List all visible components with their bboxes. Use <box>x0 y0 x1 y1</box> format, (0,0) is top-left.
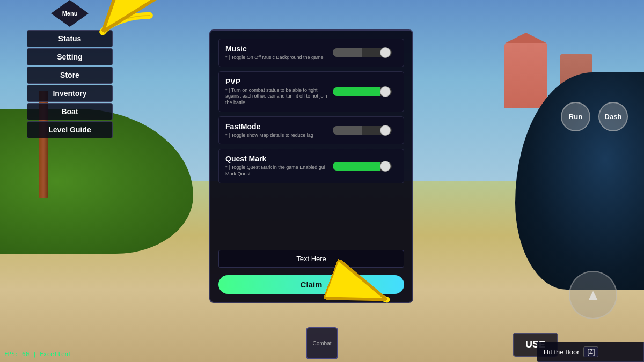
fastmode-title: FastMode <box>225 122 327 131</box>
text-input-placeholder: Text Here <box>296 255 326 263</box>
joystick[interactable]: ▲ <box>569 271 617 319</box>
fastmode-desc: * | Toggle show Map details to reduce la… <box>225 132 327 139</box>
settings-spacer <box>218 188 404 246</box>
hud-top-right: Run Dash <box>561 102 628 131</box>
setting-arrow <box>94 11 158 48</box>
z-key-badge: [Z] <box>583 346 598 357</box>
setting-info-music: Music * | Toggle On Off Music Background… <box>225 45 333 61</box>
menu-item-boat[interactable]: Boat <box>27 103 113 120</box>
joystick-container: ▲ <box>569 271 617 319</box>
music-toggle[interactable] <box>333 48 392 57</box>
quest-mark-toggle-knob <box>380 161 391 172</box>
combat-button[interactable]: Combat <box>306 327 338 359</box>
pvp-toggle[interactable] <box>333 87 392 96</box>
pvp-toggle-fill <box>333 87 380 96</box>
menu-item-level-guide[interactable]: Level Guide <box>27 121 113 138</box>
fastmode-toggle-fill <box>333 126 362 135</box>
run-button[interactable]: Run <box>561 102 590 131</box>
music-toggle-container <box>333 48 397 57</box>
menu-item-store[interactable]: Store <box>27 67 113 84</box>
joystick-up-arrow: ▲ <box>586 286 601 304</box>
fps-indicator: FPS: 60 | Excellent <box>4 351 72 358</box>
fastmode-toggle[interactable] <box>333 126 392 135</box>
setting-row-music: Music * | Toggle On Off Music Background… <box>218 39 404 67</box>
fastmode-toggle-knob <box>380 125 391 136</box>
quest-mark-title: Quest Mark <box>225 154 327 163</box>
menu-diamond[interactable]: Menu <box>51 0 89 27</box>
quest-mark-desc: * | Toggle Quest Mark in the game Enable… <box>225 165 327 177</box>
pvp-toggle-knob <box>380 86 391 97</box>
setting-row-fastmode: FastMode * | Toggle show Map details to … <box>218 116 404 145</box>
music-toggle-fill <box>333 48 362 57</box>
setting-row-quest-mark: Quest Mark * | Toggle Quest Mark in the … <box>218 149 404 183</box>
music-title: Music <box>225 45 327 53</box>
pvp-toggle-container <box>333 87 397 96</box>
fastmode-toggle-container <box>333 126 397 135</box>
settings-panel: Music * | Toggle On Off Music Background… <box>209 29 413 303</box>
pvp-desc: * | Turn on combat status to be able to … <box>225 87 327 106</box>
menu-item-inventory[interactable]: Inventory <box>27 85 113 102</box>
building-1 <box>504 43 547 108</box>
text-input-area[interactable]: Text Here <box>218 250 404 268</box>
music-toggle-knob <box>380 47 391 58</box>
setting-info-quest-mark: Quest Mark * | Toggle Quest Mark in the … <box>225 154 333 177</box>
menu-item-setting[interactable]: Setting <box>27 48 113 65</box>
hit-floor-notification: Hit the floor [Z] <box>537 342 644 362</box>
setting-info-pvp: PVP * | Turn on combat status to be able… <box>225 77 333 106</box>
setting-row-pvp: PVP * | Turn on combat status to be able… <box>218 71 404 112</box>
hit-floor-label: Hit the floor <box>544 348 579 356</box>
music-desc: * | Toggle On Off Music Background the g… <box>225 55 327 61</box>
menu-title: Menu <box>62 10 78 17</box>
quest-mark-toggle-container <box>333 162 397 171</box>
dash-button[interactable]: Dash <box>598 102 628 131</box>
setting-info-fastmode: FastMode * | Toggle show Map details to … <box>225 122 333 139</box>
quest-mark-toggle[interactable] <box>333 162 392 171</box>
quest-mark-toggle-fill <box>333 162 380 171</box>
pvp-title: PVP <box>225 77 327 86</box>
